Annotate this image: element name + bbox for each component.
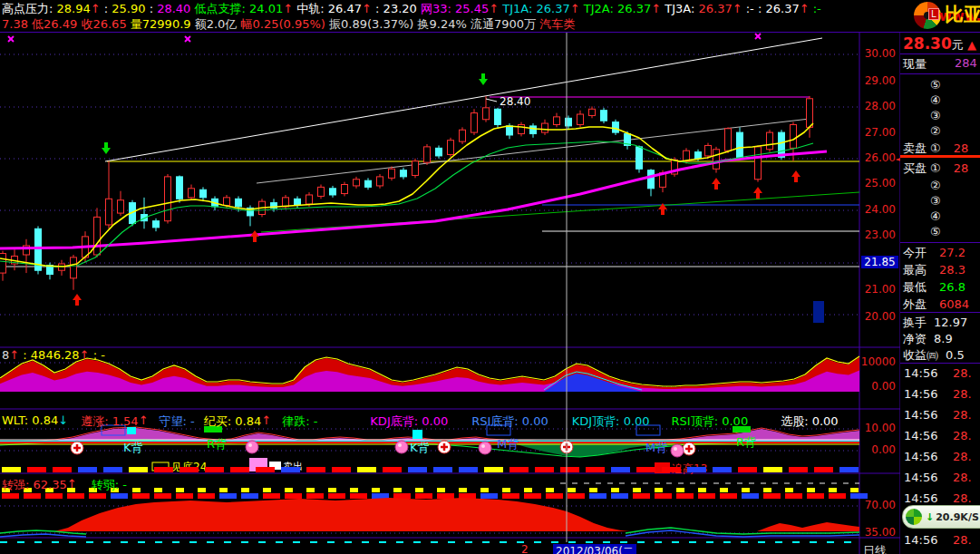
dash-segment <box>687 467 706 472</box>
axis-label: 10000 <box>861 355 896 368</box>
stock-app-window: K背R背K背M背M背R背见底24卖出追高1328.40 高点压力: 28.94↑… <box>0 0 980 554</box>
dash-segment <box>306 493 324 499</box>
watermark-badge: L <box>928 8 939 20</box>
candle-up <box>713 150 720 170</box>
dash-segment <box>328 493 345 499</box>
dash-segment <box>230 467 249 472</box>
tick-row[interactable]: 14:5628. <box>904 366 980 380</box>
dash-segment <box>785 493 802 499</box>
dash-segment <box>676 493 694 499</box>
peak-tick <box>486 99 497 102</box>
stat-row: 换手12.97 <box>903 315 967 331</box>
site-watermark: L www.5518 比亚 <box>908 0 980 31</box>
divergence-label: R背 <box>736 435 756 449</box>
dash-segment <box>306 488 315 492</box>
dash-segment <box>27 467 46 472</box>
buy-queue-row: ⑤ <box>903 225 941 238</box>
label-segment: ↓ <box>58 413 68 430</box>
dash-segment <box>524 488 532 492</box>
dash-segment <box>633 488 641 492</box>
axis-label: 10.00 <box>865 422 896 434</box>
label-segment: ↑ <box>67 477 77 493</box>
stat-row: 净资8.9 <box>903 331 953 347</box>
dash-segment <box>433 467 452 472</box>
dash-segment <box>611 493 628 499</box>
candle-down <box>365 180 372 187</box>
dash-segment <box>535 467 554 472</box>
tick-row[interactable]: 14:5628. <box>904 429 980 442</box>
tick-row[interactable]: 14:5628. <box>904 533 980 547</box>
dash-segment <box>502 493 519 499</box>
dash-segment <box>480 493 498 499</box>
dash-segment <box>350 493 367 499</box>
dash-segment <box>509 467 529 472</box>
candle-up <box>460 130 466 141</box>
dash-segment <box>176 493 193 499</box>
dash-segment <box>763 493 781 499</box>
dash-segment <box>484 467 503 472</box>
candle-down <box>530 126 537 134</box>
dash-segment <box>676 488 684 492</box>
candle-down <box>236 199 242 207</box>
axis-label: 29.00 <box>865 74 896 87</box>
buy-1-row: 买盘①28 <box>903 160 968 177</box>
pink-marker <box>246 441 258 453</box>
sell-queue-row: ③ <box>903 109 941 122</box>
dash-segment <box>589 493 606 499</box>
candle-down <box>200 190 207 198</box>
dash-segment <box>850 488 859 492</box>
dash-segment <box>129 467 148 472</box>
dash-segment <box>698 493 715 499</box>
tick-row[interactable]: 14:5628. <box>904 471 980 484</box>
buy-arrow-icon <box>250 230 259 242</box>
dash-segment <box>524 493 541 499</box>
divergence-label: K背 <box>410 441 430 454</box>
label-segment: 转强: 62.35 <box>2 477 67 493</box>
axis-label: 25.00 <box>865 177 896 190</box>
candle-down <box>495 109 501 124</box>
wlt-indicator-label: WLT: 0.84↓遵涨: 1.54↑守望: -纪买: 0.84↑律跌: -KD… <box>2 413 839 430</box>
dash-segment <box>205 467 224 472</box>
dash-segment <box>763 467 782 472</box>
dash-segment <box>219 493 237 499</box>
dash-segment <box>256 467 275 472</box>
dash-segment <box>393 488 402 492</box>
dash-segment <box>789 467 808 472</box>
candle-up <box>519 124 525 133</box>
main-chart-svg[interactable]: K背R背K背M背M背R背见底24卖出追高1328.40 <box>0 0 980 554</box>
pink-marker <box>671 444 684 457</box>
label-segment: RSI底背: 0.00 <box>471 413 548 430</box>
dash-segment <box>53 467 72 472</box>
dash-segment <box>437 488 445 492</box>
dash-segment <box>78 467 97 472</box>
axis-label: 20.00 <box>865 310 896 323</box>
crosshair-price-badge: 21.85 <box>861 256 898 268</box>
dash-segment <box>281 467 300 472</box>
dash-segment <box>408 467 427 472</box>
downloader-icon <box>906 509 922 525</box>
dash-segment <box>328 488 336 492</box>
label-segment: RSI顶背: 0.00 <box>672 413 749 430</box>
price-axis[interactable]: 21.85 日线 30.0029.0028.0027.0026.0025.002… <box>859 33 900 554</box>
buy-queue-row: ② <box>903 179 941 192</box>
download-speed-popup[interactable]: ↓20.9K/S <box>902 505 980 529</box>
dash-segment <box>383 467 402 472</box>
pink-marker <box>479 442 491 454</box>
candle-down <box>295 199 301 205</box>
strength-indicator-label: 转强: 62.35↑转弱: - <box>2 477 127 493</box>
dash-segment <box>372 488 380 492</box>
buy-arrow-icon <box>73 294 82 306</box>
tick-row[interactable]: 14:5628. <box>904 450 980 463</box>
period-label[interactable]: 日线 <box>863 543 887 554</box>
tick-row[interactable]: 14:5628. <box>904 387 980 401</box>
dash-segment <box>633 493 650 499</box>
dash-segment <box>285 488 293 492</box>
candle-up <box>118 200 124 213</box>
candle-down <box>507 126 513 135</box>
candle-up <box>483 108 490 120</box>
tick-row[interactable]: 14:5628. <box>904 408 980 422</box>
candle-up <box>354 180 360 186</box>
quote-side-panel[interactable]: 28.30元 ▲ 现量 284 ⑤④③②卖盘①28买盘①28②③④⑤今开27.2… <box>900 33 980 554</box>
tick-row[interactable]: 14:5628. <box>904 491 980 505</box>
candle-down <box>153 221 160 228</box>
